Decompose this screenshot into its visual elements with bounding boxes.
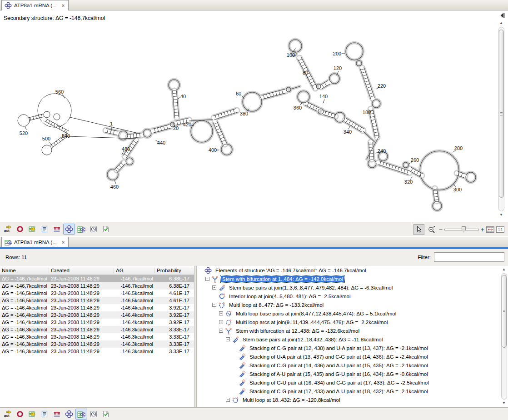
table-row[interactable]: ΔG = -146,5kcal/mol23-Jun-2008 11:48:29-… <box>0 297 194 304</box>
act-browser-button[interactable] <box>2 409 14 420</box>
table-row[interactable]: ΔG = -146,7kcal/mol23-Jun-2008 11:48:29-… <box>0 275 194 282</box>
column-header-probability[interactable]: Probability <box>155 268 191 273</box>
circular-view-icon <box>16 410 24 418</box>
table-row[interactable]: ΔG = -146,3kcal/mol23-Jun-2008 11:48:29-… <box>0 326 194 333</box>
rna-secondary-structure-diagram[interactable] <box>0 10 508 222</box>
position-label-380: 380 <box>240 111 248 116</box>
position-label-100: 100 <box>287 52 295 58</box>
tree-item-label: Interior loop at join(4..5,480..481): ΔG… <box>228 293 352 300</box>
collapse-node-icon[interactable]: − <box>212 303 216 307</box>
collapse-sidepanel-button[interactable] <box>499 12 505 18</box>
collapse-left-icon <box>499 13 505 18</box>
tab-close-icon[interactable]: × <box>62 3 65 8</box>
scroll-down-icon[interactable]: ▼ <box>502 401 506 405</box>
fit-width-button[interactable] <box>486 226 494 233</box>
act-browser-button[interactable] <box>2 224 14 235</box>
cell-dg: -146.5kcal/mol <box>114 298 155 303</box>
stem-pairs-icon <box>232 336 239 343</box>
table-row[interactable]: ΔG = -146,5kcal/mol23-Jun-2008 11:48:29-… <box>0 290 194 297</box>
tree-item[interactable]: Stacking of A-U pair at (15, 435) and G-… <box>197 370 508 378</box>
tree-item[interactable]: +Stem base pairs at join(1..3,6..8,477..… <box>197 283 508 292</box>
collapse-node-icon[interactable]: − <box>219 329 223 333</box>
circular-view-button[interactable] <box>14 224 26 235</box>
tree-item[interactable]: Stacking of G-U pair at (16, 434) and C-… <box>197 378 508 387</box>
zoom-slider-thumb[interactable] <box>462 226 466 233</box>
element-info-view-button[interactable] <box>100 409 112 420</box>
tree-item[interactable]: −Multi loop at 8..477: ΔG = -133.2kcal/m… <box>197 300 508 309</box>
table-row[interactable]: ΔG = -146,3kcal/mol23-Jun-2008 11:48:29-… <box>0 348 194 355</box>
cell-prob: 6.38E-17 <box>155 276 191 281</box>
tab-structure-view[interactable]: ATP8a1 mRNA (... × <box>1 0 69 10</box>
tab-close-icon[interactable]: × <box>62 240 65 245</box>
alignment-view-button[interactable] <box>51 224 63 235</box>
position-label-500: 500 <box>42 136 50 141</box>
alignment-view-icon <box>53 225 61 233</box>
secondary-structure-view-button[interactable] <box>63 409 75 420</box>
scroll-up-icon[interactable]: ▲ <box>502 268 506 271</box>
table-row[interactable]: ΔG = -146,3kcal/mol23-Jun-2008 11:48:29-… <box>0 333 194 340</box>
tree-vscrollbar[interactable]: ▲ ▼ <box>501 268 507 405</box>
position-label-40: 40 <box>180 94 186 99</box>
history-view-button[interactable] <box>88 224 100 235</box>
collapse-node-icon[interactable]: − <box>226 337 230 341</box>
tree-item[interactable]: −Stem base pairs at join(12..18,432..438… <box>197 335 508 344</box>
interior-loop-icon <box>218 293 226 300</box>
column-header-created[interactable]: Created <box>49 268 114 273</box>
zoom-tool-button[interactable] <box>426 224 437 235</box>
zoom-slider[interactable] <box>444 226 479 233</box>
pointer-tool-button[interactable] <box>413 224 424 235</box>
column-header-g[interactable]: ΔG <box>114 268 155 273</box>
structure-elements-tree: Elements of structure 'ΔG = -146,7kcal/m… <box>197 266 508 407</box>
structure-vscrollbar[interactable]: ▲ ▼ <box>498 21 504 217</box>
tree-item[interactable]: +Multi loop base pairs at join(8,477,12,… <box>197 309 508 318</box>
tree-item[interactable]: Stacking of U-A pair at (13, 437) and C-… <box>197 352 508 361</box>
tree-item[interactable]: Elements of structure 'ΔG = -146,7kcal/m… <box>197 266 508 275</box>
expand-node-icon[interactable]: + <box>226 398 230 402</box>
text-view-button[interactable] <box>39 409 50 420</box>
stem-bifurcation-icon <box>211 275 219 283</box>
tree-item-label: Multi loop arcs at join(9..11,439..444,4… <box>234 319 389 325</box>
alignment-view-button[interactable] <box>51 409 63 420</box>
filter-input[interactable] <box>434 252 504 262</box>
element-info-view-button[interactable] <box>100 224 112 235</box>
tree-item[interactable]: Stacking of C-G pair at (12, 438) and U-… <box>197 344 508 352</box>
zoom-in-button[interactable]: + <box>481 226 484 233</box>
text-view-button[interactable] <box>39 224 50 235</box>
column-header-name[interactable]: Name <box>0 268 49 273</box>
expand-node-icon[interactable]: + <box>212 285 216 290</box>
tree-item[interactable]: +Multi loop at 18..432: ΔG = -120.8kcal/… <box>197 395 508 404</box>
scroll-up-icon[interactable]: ▲ <box>499 21 503 25</box>
table-row[interactable]: ΔG = -146,4kcal/mol23-Jun-2008 11:48:29-… <box>0 311 194 319</box>
table-row[interactable]: ΔG = -146,4kcal/mol23-Jun-2008 11:48:29-… <box>0 304 194 311</box>
table-row[interactable]: ΔG = -146,3kcal/mol23-Jun-2008 11:48:29-… <box>0 340 194 348</box>
circular-view-button[interactable] <box>14 409 26 420</box>
zoom-out-button[interactable]: − <box>439 226 443 233</box>
structure-table-view-button[interactable] <box>75 409 87 420</box>
expand-node-icon[interactable]: + <box>219 311 223 315</box>
tree-item[interactable]: −Stem with bifurcation at 1..484: ΔG = -… <box>197 275 508 283</box>
tree-item-label: Elements of structure 'ΔG = -146,7kcal/m… <box>214 267 368 274</box>
cell-prob: 4.61E-17 <box>155 298 191 303</box>
tree-item-label: Stacking of C-G pair at (14, 436) and A-… <box>248 362 429 369</box>
structure-table-view-button[interactable] <box>75 224 87 235</box>
table-row[interactable]: ΔG = -146,7kcal/mol23-Jun-2008 11:48:29-… <box>0 282 194 290</box>
tree-item[interactable]: Stacking of C-G pair at (14, 436) and A-… <box>197 361 508 370</box>
expand-node-icon[interactable]: + <box>219 320 223 324</box>
position-label-200: 200 <box>333 51 341 56</box>
scroll-down-icon[interactable]: ▼ <box>499 213 503 217</box>
actual-size-button[interactable]: 1:1 <box>496 226 504 233</box>
table-row[interactable]: ΔG = -146,4kcal/mol23-Jun-2008 11:48:29-… <box>0 319 194 326</box>
tree-item[interactable]: +Multi loop arcs at join(9..11,439..444,… <box>197 318 508 326</box>
scroll-thumb[interactable] <box>499 30 504 198</box>
collapse-node-icon[interactable]: − <box>205 277 209 281</box>
scroll-thumb[interactable] <box>502 275 507 348</box>
tree-item[interactable]: −Stem with bifurcation at 12..438: ΔG = … <box>197 326 508 335</box>
tab-structure-table[interactable]: ATP8a1 mRNA (... × <box>1 237 69 247</box>
table-view-button[interactable] <box>26 224 38 235</box>
cell-name: ΔG = -146,5kcal/mol <box>0 298 49 303</box>
history-view-button[interactable] <box>88 409 100 420</box>
tree-item[interactable]: Stacking of C-G pair at (17, 433) and A-… <box>197 387 508 395</box>
tree-item[interactable]: Interior loop at join(4..5,480..481): ΔG… <box>197 292 508 300</box>
table-view-button[interactable] <box>26 409 38 420</box>
secondary-structure-view-button[interactable] <box>63 224 75 235</box>
